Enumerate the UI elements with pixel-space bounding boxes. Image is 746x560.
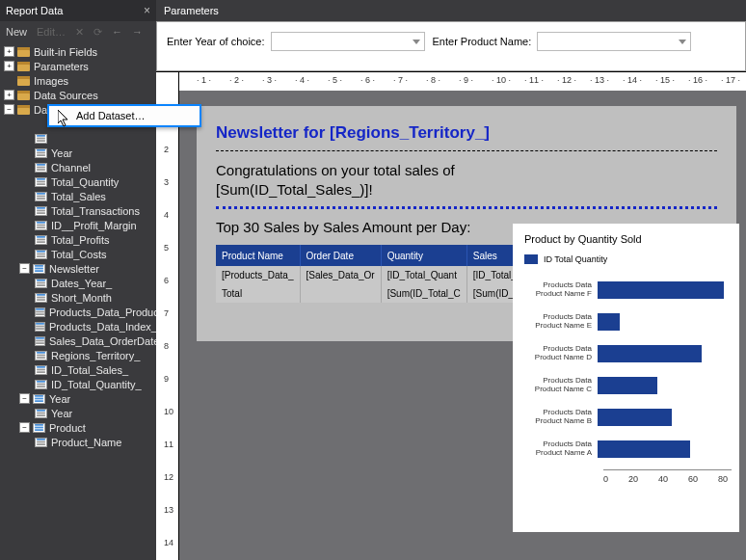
svg-rect-46	[37, 355, 45, 357]
field-icon	[35, 192, 47, 201]
menu-add-dataset[interactable]: Add Dataset…	[49, 106, 200, 125]
svg-rect-60	[35, 424, 43, 426]
svg-rect-31	[37, 282, 45, 284]
dataset-icon	[33, 394, 45, 404]
bar-fill	[598, 281, 724, 299]
bar-label: Products Data Product Name C	[520, 377, 598, 394]
close-icon[interactable]: ×	[144, 4, 150, 17]
chart-title: Product by Quantity Sold	[524, 233, 732, 245]
tree-node-builtin[interactable]: +Built-in Fields	[0, 44, 156, 59]
vertical-ruler: 1234567891011121314	[156, 91, 179, 560]
tree-field-sales-data-orderdate[interactable]: Sales_Data_OrderDate_…	[0, 333, 156, 348]
report-page[interactable]: Newsletter for [Regions_Territory_] Cong…	[197, 106, 736, 341]
tree-field-channel[interactable]: Channel	[0, 160, 156, 174]
svg-rect-56	[35, 400, 43, 402]
tree-node-datasources[interactable]: +Data Sources	[0, 88, 156, 102]
bar-fill	[598, 377, 657, 394]
congrats-text[interactable]: Congratulations on your total sales of […	[216, 161, 717, 209]
panel-toolbar: New Edit… ✕ ⟳	[0, 21, 156, 42]
panel-title: Report Data	[6, 5, 63, 16]
param-product-group: Enter Product Name:	[433, 32, 692, 51]
tree-field[interactable]: x	[0, 131, 156, 146]
cursor-icon	[58, 110, 71, 127]
tree-field-products-data-index[interactable]: Products_Data_Index_	[0, 319, 156, 333]
svg-rect-43	[36, 340, 44, 342]
svg-rect-30	[37, 280, 45, 281]
tree-dataset-newsletter[interactable]: −Newsletter	[0, 261, 156, 276]
field-icon	[35, 250, 47, 259]
tree-field-profit-margin[interactable]: ID__Profit_Margin	[0, 218, 156, 232]
param-year-label: Enter Year of choice:	[167, 36, 265, 47]
table-row[interactable]: [Products_Data_ [Sales_Data_Or [ID_Total…	[216, 266, 546, 284]
field-icon	[35, 235, 47, 245]
tree-field-id-total-quantity[interactable]: ID_Total_Quantity_	[0, 377, 156, 391]
svg-rect-62	[35, 429, 43, 431]
down-icon	[132, 26, 143, 38]
svg-rect-11	[37, 183, 45, 185]
svg-rect-28	[35, 268, 43, 270]
tree-field-total-costs[interactable]: Total_Costs	[0, 247, 156, 261]
param-product-select[interactable]	[537, 32, 691, 51]
tree-field-regions-territory[interactable]: Regions_Territory_	[0, 348, 156, 362]
bar-row: Products Data Product Name C	[520, 377, 732, 394]
bar-row: Products Data Product Name D	[520, 345, 732, 362]
svg-rect-50	[37, 371, 45, 373]
tree-dataset-product[interactable]: −Product	[0, 420, 156, 435]
svg-rect-47	[37, 357, 45, 359]
tree-node-images[interactable]: +Images	[0, 73, 156, 88]
th-quantity[interactable]: Quantity	[381, 245, 466, 266]
svg-rect-53	[37, 386, 45, 387]
svg-rect-58	[37, 413, 45, 414]
svg-rect-63	[37, 439, 45, 440]
tree-field-total-quantity[interactable]: Total_Quantity	[0, 174, 156, 189]
svg-rect-6	[37, 164, 45, 166]
tree-field-short-month[interactable]: Short_Month	[0, 290, 156, 305]
tree-field-dates-year[interactable]: Dates_Year_	[0, 276, 156, 290]
svg-rect-54	[35, 395, 43, 397]
folder-icon	[17, 91, 30, 100]
table-row[interactable]: Total [Sum(ID_Total_C [Sum(ID_Total_	[216, 284, 546, 303]
field-icon	[35, 177, 47, 187]
tree-field-total-profits[interactable]: Total_Profits	[0, 232, 156, 247]
tree-dataset-year[interactable]: −Year	[0, 391, 156, 406]
svg-rect-32	[37, 284, 45, 286]
field-icon	[35, 322, 45, 332]
field-icon	[35, 336, 45, 346]
bar-row: Products Data Product Name A	[520, 440, 732, 458]
tree-field-year[interactable]: Year	[0, 146, 156, 160]
svg-rect-12	[37, 193, 45, 195]
svg-rect-40	[36, 326, 44, 328]
th-product[interactable]: Product Name	[216, 245, 300, 266]
tree-field-year2[interactable]: Year	[0, 406, 156, 420]
svg-rect-21	[37, 236, 45, 238]
field-icon	[35, 351, 47, 360]
sales-table[interactable]: Product Name Order Date Quantity Sales […	[216, 245, 547, 303]
field-icon	[35, 206, 47, 216]
svg-rect-18	[37, 222, 45, 224]
edit-button: Edit…	[37, 26, 66, 38]
svg-rect-61	[35, 427, 43, 429]
svg-rect-3	[37, 149, 45, 151]
tree-field-id-total-sales[interactable]: ID_Total_Sales_	[0, 362, 156, 377]
up-icon	[112, 26, 122, 38]
design-canvas[interactable]: Newsletter for [Regions_Territory_] Cong…	[179, 91, 746, 560]
tree-field-total-transactions[interactable]: Total_Transactions	[0, 203, 156, 218]
bar-label: Products Data Product Name D	[520, 345, 598, 362]
newsletter-title[interactable]: Newsletter for [Regions_Territory_]	[216, 123, 717, 151]
svg-rect-44	[36, 342, 44, 344]
param-year-select[interactable]	[271, 32, 425, 51]
svg-rect-22	[37, 239, 45, 241]
tree-node-parameters[interactable]: +Parameters	[0, 59, 156, 73]
tree-field-products-data-product[interactable]: Products_Data_Product…	[0, 305, 156, 319]
bar-fill	[598, 345, 702, 362]
new-button[interactable]: New	[6, 26, 27, 38]
tree-field-product-name[interactable]: Product_Name	[0, 435, 156, 449]
report-data-panel: Report Data × New Edit… ✕ ⟳ +Built-in Fi…	[0, 0, 156, 560]
chart-panel[interactable]: Product by Quantity Sold ID Total Quanti…	[513, 224, 739, 532]
field-icon	[35, 293, 47, 303]
th-orderdate[interactable]: Order Date	[300, 245, 381, 266]
folder-icon	[17, 62, 30, 71]
tree-field-total-sales[interactable]: Total_Sales	[0, 189, 156, 203]
panel-header: Report Data ×	[0, 0, 156, 21]
svg-rect-49	[37, 369, 45, 371]
